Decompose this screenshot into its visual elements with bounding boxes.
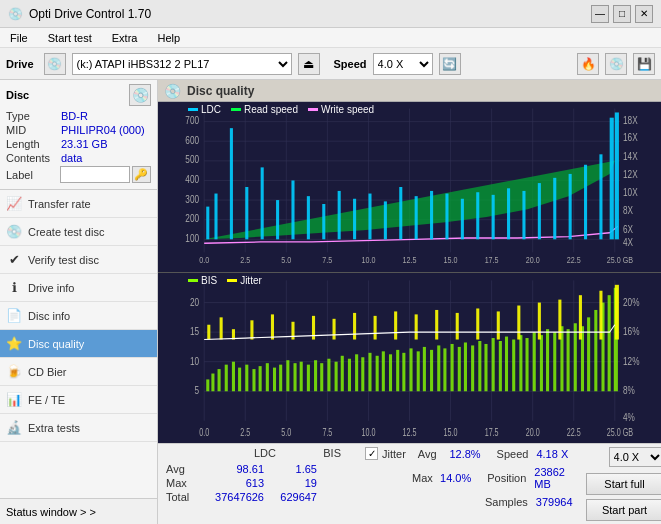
svg-rect-187: [497, 311, 500, 339]
nav-disc-quality[interactable]: ⭐ Disc quality: [0, 330, 157, 358]
disc-panel-icon[interactable]: 💿: [129, 84, 151, 106]
write-speed-legend-label: Write speed: [321, 104, 374, 115]
svg-rect-49: [245, 187, 248, 239]
nav-verify-test-disc[interactable]: ✔ Verify test disc: [0, 246, 157, 274]
svg-rect-141: [410, 348, 413, 391]
nav-disc-info[interactable]: 📄 Disc info: [0, 302, 157, 330]
app-icon: 💿: [8, 7, 23, 21]
sidebar: Disc 💿 Type BD-R MID PHILIPR04 (000) Len…: [0, 80, 158, 524]
start-full-button[interactable]: Start full: [586, 473, 661, 495]
read-speed-legend-dot: [231, 108, 241, 111]
svg-rect-119: [259, 366, 262, 391]
svg-rect-128: [320, 363, 323, 391]
status-window-button[interactable]: Status window > >: [0, 498, 157, 524]
bottom-chart: BIS Jitter: [158, 273, 661, 443]
ldc-legend-dot: [188, 108, 198, 111]
jitter-legend-dot: [227, 279, 237, 282]
window-controls: — □ ✕: [591, 5, 653, 23]
svg-rect-137: [382, 351, 385, 391]
svg-rect-162: [553, 332, 556, 391]
svg-text:4X: 4X: [623, 236, 634, 248]
total-bis: 629647: [272, 491, 317, 503]
svg-text:10: 10: [190, 354, 199, 367]
svg-rect-154: [499, 341, 502, 391]
drive-select[interactable]: (k:) ATAPI iHBS312 2 PL17: [72, 53, 292, 75]
bottom-chart-legend: BIS Jitter: [188, 275, 262, 286]
svg-rect-191: [579, 295, 582, 339]
svg-text:500: 500: [185, 153, 199, 165]
length-label: Length: [6, 138, 61, 150]
svg-rect-74: [615, 112, 619, 239]
svg-rect-123: [286, 360, 289, 391]
svg-rect-155: [505, 337, 508, 392]
svg-rect-136: [376, 356, 379, 391]
svg-text:12.5: 12.5: [403, 255, 417, 265]
nav-drive-info[interactable]: ℹ Drive info: [0, 274, 157, 302]
nav-create-test-disc[interactable]: 💿 Create test disc: [0, 218, 157, 246]
svg-text:20: 20: [190, 295, 199, 308]
minimize-button[interactable]: —: [591, 5, 609, 23]
disc-icon[interactable]: 💿: [605, 53, 627, 75]
total-ldc: 37647626: [206, 491, 264, 503]
svg-rect-156: [512, 340, 515, 392]
svg-text:15: 15: [190, 325, 199, 338]
jitter-max-label: Max: [412, 472, 433, 484]
svg-rect-52: [291, 180, 294, 239]
menu-file[interactable]: File: [4, 32, 34, 44]
menu-help[interactable]: Help: [151, 32, 186, 44]
nav-extra-tests[interactable]: 🔬 Extra tests: [0, 414, 157, 442]
nav-cd-bier[interactable]: 🍺 CD Bier: [0, 358, 157, 386]
verify-test-disc-icon: ✔: [6, 252, 22, 268]
svg-rect-46: [206, 207, 209, 240]
svg-rect-145: [437, 345, 440, 391]
svg-rect-116: [238, 368, 241, 392]
label-input[interactable]: [60, 166, 130, 183]
svg-rect-161: [546, 329, 549, 391]
jitter-checkbox[interactable]: ✓: [365, 447, 378, 460]
top-chart: LDC Read speed Write speed: [158, 102, 661, 273]
stats-right-col: ✓ Jitter Avg 12.8% Speed 4.18 X Max 14.0…: [365, 447, 578, 508]
svg-text:17.5: 17.5: [485, 426, 499, 438]
speed-label2: Speed: [497, 448, 529, 460]
nav-transfer-rate[interactable]: 📈 Transfer rate: [0, 190, 157, 218]
create-test-disc-icon: 💿: [6, 224, 22, 240]
test-speed-select[interactable]: 4.0 X: [609, 447, 661, 467]
eject-button[interactable]: ⏏: [298, 53, 320, 75]
save-icon[interactable]: 💾: [633, 53, 655, 75]
transfer-rate-icon: 📈: [6, 196, 22, 212]
nav-verify-test-disc-label: Verify test disc: [28, 254, 99, 266]
type-label: Type: [6, 110, 61, 122]
content-area: 💿 Disc quality LDC Read speed: [158, 80, 661, 524]
menu-extra[interactable]: Extra: [106, 32, 144, 44]
close-button[interactable]: ✕: [635, 5, 653, 23]
label-button[interactable]: 🔑: [132, 166, 152, 183]
svg-text:22.5: 22.5: [567, 426, 581, 438]
svg-rect-64: [476, 192, 479, 239]
svg-text:12X: 12X: [623, 168, 638, 180]
start-part-button[interactable]: Start part: [586, 499, 661, 521]
svg-rect-72: [599, 154, 602, 239]
top-chart-svg: 700 600 500 400 300 200 100 18X 16X 14X …: [158, 102, 661, 272]
maximize-button[interactable]: □: [613, 5, 631, 23]
menu-start-test[interactable]: Start test: [42, 32, 98, 44]
speed-select[interactable]: 4.0 X: [373, 53, 433, 75]
svg-rect-59: [399, 187, 402, 239]
svg-rect-62: [445, 194, 448, 240]
svg-rect-143: [423, 347, 426, 391]
app-title: Opti Drive Control 1.70: [29, 7, 151, 21]
ldc-header: LDC: [218, 447, 276, 459]
svg-rect-144: [430, 350, 433, 391]
burn-icon[interactable]: 🔥: [577, 53, 599, 75]
nav-fe-te[interactable]: 📊 FE / TE: [0, 386, 157, 414]
svg-rect-67: [522, 191, 525, 239]
refresh-icon[interactable]: 🔄: [439, 53, 461, 75]
svg-rect-66: [507, 188, 510, 239]
position-label: Position: [487, 472, 526, 484]
svg-text:20.0: 20.0: [526, 255, 540, 265]
speed-label: Speed: [334, 58, 367, 70]
avg-ldc: 98.61: [206, 463, 264, 475]
ldc-legend-label: LDC: [201, 104, 221, 115]
svg-rect-69: [553, 178, 556, 239]
svg-text:600: 600: [185, 134, 199, 146]
main-layout: Disc 💿 Type BD-R MID PHILIPR04 (000) Len…: [0, 80, 661, 524]
